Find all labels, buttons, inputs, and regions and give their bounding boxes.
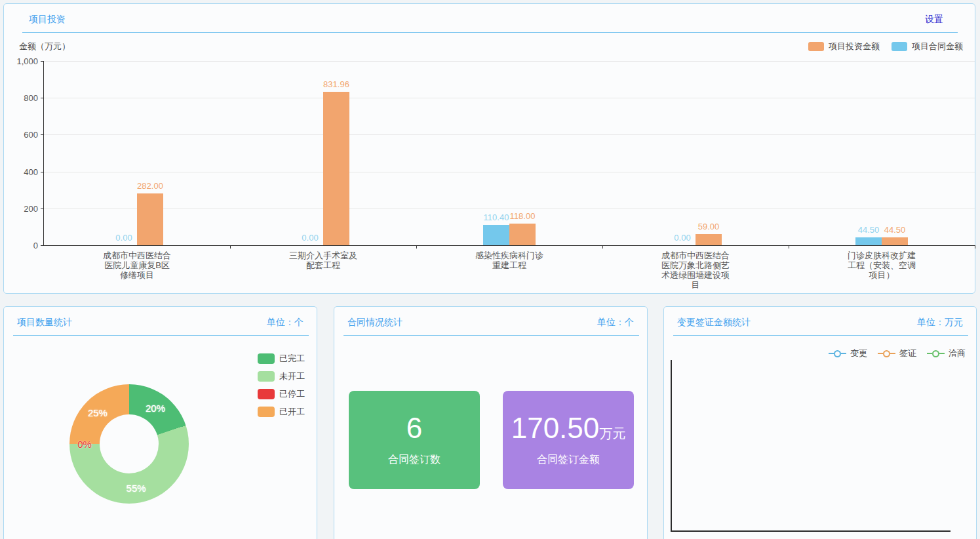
x-axis-category-label: 成都市中西医结合医院儿童康复B区修缮项目 (100, 250, 174, 280)
y-axis-tick (41, 245, 44, 246)
legend-item-已停工[interactable]: 已停工 (258, 388, 305, 400)
panel-title-count: 项目数量统计 (17, 317, 72, 329)
project-investment-panel: 项目投资 设置 金额（万元） 项目投资金额项目合同金额 1,0008006004… (3, 3, 975, 294)
y-axis-label: 200 (24, 203, 38, 213)
legend-swatch (892, 42, 907, 51)
card-value-row: 170.50 万元 (511, 414, 626, 443)
bar-value-label: 44.50 (884, 225, 906, 235)
y-axis-label: 1,000 (16, 56, 38, 66)
bar-value-label: 0.00 (302, 233, 318, 243)
donut-legend: 已完工未开工已停工已开工 (258, 353, 305, 418)
bar-项目合同金额[interactable] (855, 237, 882, 246)
project-count-donut-chart[interactable]: 20%55%0%25% (69, 384, 189, 504)
bar-chart-legend: 项目投资金额项目合同金额 (808, 41, 963, 52)
y-axis-title: 金额（万元） (19, 41, 70, 52)
panel-header: 合同情况统计 单位：个 (334, 307, 647, 329)
legend-item-未开工[interactable]: 未开工 (258, 370, 305, 382)
legend-line (878, 353, 883, 354)
y-axis-label: 400 (24, 167, 38, 176)
line-chart-legend: 变更签证洽商 (829, 348, 966, 359)
contract-stats-panel: 合同情况统计 单位：个 6 合同签订数 170.50 万元 合同签订金额 (334, 306, 648, 539)
legend-item-洽商[interactable]: 洽商 (927, 348, 966, 359)
project-count-panel: 项目数量统计 单位：个 已完工未开工已停工已开工 20%55%0%25% (3, 306, 317, 539)
card-value-row: 6 (406, 414, 422, 443)
legend-item-已完工[interactable]: 已完工 (258, 353, 305, 365)
legend-circle-icon (834, 350, 841, 357)
panel-header: 项目数量统计 单位：个 (4, 307, 317, 329)
y-axis-label: 600 (24, 130, 38, 140)
legend-line (829, 353, 834, 354)
contract-count-card: 6 合同签订数 (349, 391, 480, 489)
donut-slice-label-已完工: 20% (146, 402, 165, 413)
panel-unit-contract: 单位：个 (597, 317, 634, 329)
gridline (44, 134, 975, 135)
bar-value-label: 831.96 (323, 79, 349, 89)
x-axis-category-label: 门诊皮肤科改扩建工程（安装、空调项目） (845, 250, 918, 280)
y-axis-tick (41, 98, 44, 98)
panel-header: 变更签证金额统计 单位：万元 (664, 307, 976, 329)
change-visa-panel: 变更签证金额统计 单位：万元 变更签证洽商 (663, 306, 977, 539)
legend-label: 已开工 (279, 406, 305, 418)
donut-slice-label-未开工: 55% (127, 483, 146, 494)
legend-line (890, 353, 895, 354)
legend-label: 未开工 (279, 370, 305, 382)
y-axis-tick (41, 134, 44, 135)
x-axis-tick (416, 245, 417, 249)
panel-unit-change: 单位：万元 (917, 317, 963, 329)
gridline (44, 209, 975, 209)
x-axis-category-label: 三期介入手术室及配套工程 (286, 250, 360, 270)
cards-row: 6 合同签订数 170.50 万元 合同签订金额 (349, 391, 634, 489)
legend-label: 已完工 (279, 353, 305, 365)
gridline (44, 172, 975, 172)
y-axis-tick (41, 61, 44, 62)
contract-amount-card: 170.50 万元 合同签订金额 (503, 391, 634, 489)
legend-item-项目合同金额[interactable]: 项目合同金额 (892, 41, 963, 52)
gridline (44, 98, 975, 98)
legend-label: 项目合同金额 (912, 41, 963, 52)
contract-amount-value: 170.50 (511, 414, 600, 443)
panel-unit-count: 单位：个 (267, 317, 304, 329)
contract-amount-suffix: 万元 (599, 425, 625, 443)
bar-项目投资金额[interactable] (137, 193, 163, 245)
legend-item-已开工[interactable]: 已开工 (258, 406, 305, 418)
legend-circle-icon (932, 350, 939, 357)
legend-line (939, 353, 945, 354)
bar-value-label: 282.00 (137, 181, 163, 191)
legend-item-变更[interactable]: 变更 (829, 348, 867, 359)
bar-项目投资金额[interactable] (509, 224, 536, 245)
legend-item-项目投资金额[interactable]: 项目投资金额 (808, 41, 880, 52)
chart-top-row: 金额（万元） 项目投资金额项目合同金额 (4, 33, 975, 52)
investment-bar-chart: 1,00080060040020000.00282.00成都市中西医结合医院儿童… (43, 61, 975, 246)
legend-label: 已停工 (279, 388, 305, 400)
y-axis-label: 800 (24, 93, 38, 103)
legend-swatch (258, 389, 275, 399)
bar-value-label: 118.00 (510, 211, 536, 221)
y-axis-label: 0 (33, 241, 38, 250)
x-axis-category-label: 感染性疾病科门诊重建工程 (473, 250, 546, 270)
bar-value-label: 59.00 (698, 222, 720, 231)
bar-项目投资金额[interactable] (882, 237, 908, 246)
donut-slice-label-已停工: 0% (77, 439, 92, 450)
bar-项目投资金额[interactable] (323, 92, 349, 245)
bar-项目合同金额[interactable] (483, 225, 509, 245)
x-axis-tick (230, 245, 231, 249)
panel-header: 项目投资 设置 (4, 4, 975, 26)
legend-item-签证[interactable]: 签证 (878, 348, 916, 359)
donut-slice-label-已开工: 25% (88, 407, 108, 418)
legend-swatch (258, 407, 275, 417)
legend-circle-icon (883, 350, 890, 357)
contract-count-value: 6 (406, 414, 422, 443)
legend-label: 项目投资金额 (829, 41, 880, 52)
settings-link[interactable]: 设置 (925, 14, 943, 26)
contract-count-label: 合同签订数 (388, 453, 441, 467)
bar-value-label: 110.40 (484, 212, 509, 222)
panel-title-investment: 项目投资 (29, 14, 66, 26)
bar-项目投资金额[interactable] (696, 234, 722, 245)
header-divider (343, 335, 639, 336)
x-axis-tick (602, 245, 603, 249)
gridline (44, 61, 975, 62)
bar-value-label: 0.00 (115, 233, 132, 243)
header-divider (13, 335, 309, 336)
legend-swatch (258, 371, 275, 382)
bar-value-label: 44.50 (858, 225, 880, 235)
